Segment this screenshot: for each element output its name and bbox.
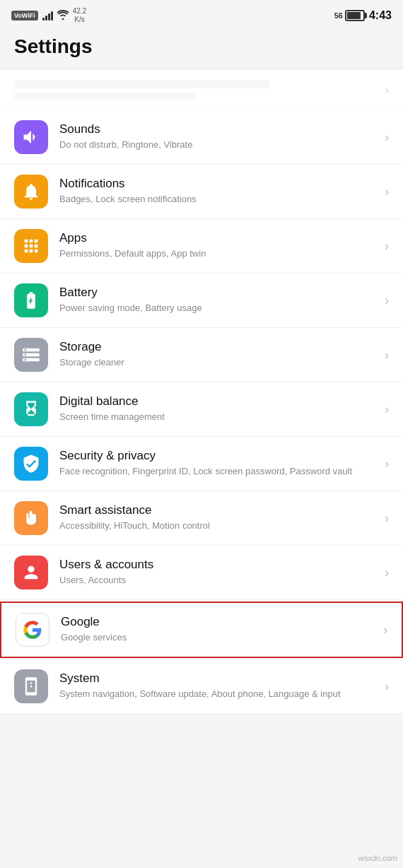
settings-item-digital-balance[interactable]: Digital balance Screen time management › <box>0 382 403 437</box>
chevron-icon: › <box>383 623 387 638</box>
users-accounts-subtitle: Users, Accounts <box>59 574 379 587</box>
wifi-icon <box>57 10 69 22</box>
notifications-icon-wrapper <box>14 175 48 209</box>
chevron-icon: › <box>385 239 389 254</box>
storage-subtitle: Storage cleaner <box>59 356 379 369</box>
users-accounts-title: Users & accounts <box>59 558 379 572</box>
apps-subtitle: Permissions, Default apps, App twin <box>59 247 379 260</box>
security-subtitle: Face recognition, Fingerprint ID, Lock s… <box>59 465 379 478</box>
battery-percentage: 56 <box>334 11 343 20</box>
settings-item-notifications[interactable]: Notifications Badges, Lock screen notifi… <box>0 165 403 219</box>
users-icon-wrapper <box>14 556 48 590</box>
battery-title: Battery <box>59 286 379 300</box>
apps-title: Apps <box>59 231 379 245</box>
system-subtitle: System navigation, Software update, Abou… <box>59 688 379 700</box>
storage-icon <box>21 345 41 365</box>
hourglass-icon <box>21 399 41 419</box>
signal-strength-icon <box>42 11 53 20</box>
apps-text: Apps Permissions, Default apps, App twin <box>59 231 379 260</box>
notifications-title: Notifications <box>59 177 379 191</box>
smart-assistance-title: Smart assistance <box>59 503 379 517</box>
settings-item-battery[interactable]: Battery Power saving mode, Battery usage… <box>0 274 403 328</box>
apps-icon-wrapper <box>14 229 48 263</box>
digital-balance-icon-wrapper <box>14 392 48 426</box>
sounds-icon-wrapper <box>14 120 48 154</box>
security-text: Security & privacy Face recognition, Fin… <box>59 449 379 478</box>
smart-assistance-icon-wrapper <box>14 501 48 535</box>
status-right: 56 4:43 <box>334 9 392 22</box>
person-icon <box>21 563 41 582</box>
status-left: VoWiFi 42.2 K/s <box>11 7 86 24</box>
battery-icon-wrapper <box>14 283 48 317</box>
watermark: wsxdn.com <box>358 854 397 862</box>
settings-item-system[interactable]: System System navigation, Software updat… <box>0 659 403 714</box>
smart-assistance-text: Smart assistance Accessibility, HiTouch,… <box>59 503 379 532</box>
digital-balance-title: Digital balance <box>59 394 379 409</box>
storage-icon-wrapper <box>14 338 48 372</box>
chevron-icon: › <box>385 511 389 526</box>
page-title: Settings <box>14 35 389 58</box>
sounds-subtitle: Do not disturb, Ringtone, Vibrate <box>59 139 379 151</box>
chevron-icon: › <box>385 184 389 199</box>
system-title: System <box>59 671 379 686</box>
settings-item-security[interactable]: Security & privacy Face recognition, Fin… <box>0 437 403 491</box>
chevron-icon: › <box>385 130 389 145</box>
battery-icon <box>345 10 365 21</box>
settings-item-users-accounts[interactable]: Users & accounts Users, Accounts › <box>0 546 403 600</box>
notifications-subtitle: Badges, Lock screen notifications <box>59 193 379 206</box>
digital-balance-text: Digital balance Screen time management <box>59 394 379 423</box>
settings-item-sounds[interactable]: Sounds Do not disturb, Ringtone, Vibrate… <box>0 110 403 165</box>
battery-charging-icon <box>21 291 41 310</box>
settings-item-storage[interactable]: Storage Storage cleaner › <box>0 328 403 382</box>
system-icon-wrapper <box>14 669 48 703</box>
settings-item-smart-assistance[interactable]: Smart assistance Accessibility, HiTouch,… <box>0 491 403 546</box>
phone-info-icon <box>21 676 41 696</box>
vowifi-indicator: VoWiFi <box>11 11 38 20</box>
chevron-icon: › <box>385 83 389 98</box>
google-icon-wrapper <box>16 613 49 647</box>
settings-item-google[interactable]: Google Google services › <box>0 602 403 658</box>
chevron-icon: › <box>385 348 389 363</box>
sounds-text: Sounds Do not disturb, Ringtone, Vibrate <box>59 122 379 151</box>
digital-balance-subtitle: Screen time management <box>59 411 379 423</box>
notifications-text: Notifications Badges, Lock screen notifi… <box>59 177 379 206</box>
storage-title: Storage <box>59 340 379 354</box>
google-title: Google <box>61 615 378 629</box>
smart-assistance-subtitle: Accessibility, HiTouch, Motion control <box>59 520 379 532</box>
google-text: Google Google services <box>61 615 378 644</box>
hand-icon <box>21 508 41 528</box>
storage-text: Storage Storage cleaner <box>59 340 379 369</box>
apps-grid-icon <box>21 236 41 256</box>
battery-indicator: 56 <box>334 10 365 21</box>
page-header: Settings <box>0 28 403 69</box>
volume-icon <box>21 127 41 147</box>
chevron-icon: › <box>385 402 389 417</box>
network-speed: 42.2 K/s <box>73 7 86 24</box>
settings-item-apps[interactable]: Apps Permissions, Default apps, App twin… <box>0 219 403 274</box>
security-title: Security & privacy <box>59 449 379 463</box>
partial-item[interactable]: › <box>0 69 403 110</box>
sounds-title: Sounds <box>59 122 379 136</box>
users-accounts-text: Users & accounts Users, Accounts <box>59 558 379 587</box>
chevron-icon: › <box>385 679 389 694</box>
shield-check-icon <box>21 454 41 474</box>
battery-text: Battery Power saving mode, Battery usage <box>59 286 379 315</box>
google-subtitle: Google services <box>61 631 378 644</box>
google-g-icon <box>23 620 42 640</box>
chevron-icon: › <box>385 565 389 580</box>
bell-icon <box>21 182 41 201</box>
chevron-icon: › <box>385 293 389 308</box>
security-icon-wrapper <box>14 447 48 481</box>
clock: 4:43 <box>369 9 392 22</box>
chevron-icon: › <box>385 457 389 471</box>
system-text: System System navigation, Software updat… <box>59 671 379 700</box>
battery-subtitle: Power saving mode, Battery usage <box>59 302 379 315</box>
status-bar: VoWiFi 42.2 K/s 56 4:43 <box>0 0 403 28</box>
